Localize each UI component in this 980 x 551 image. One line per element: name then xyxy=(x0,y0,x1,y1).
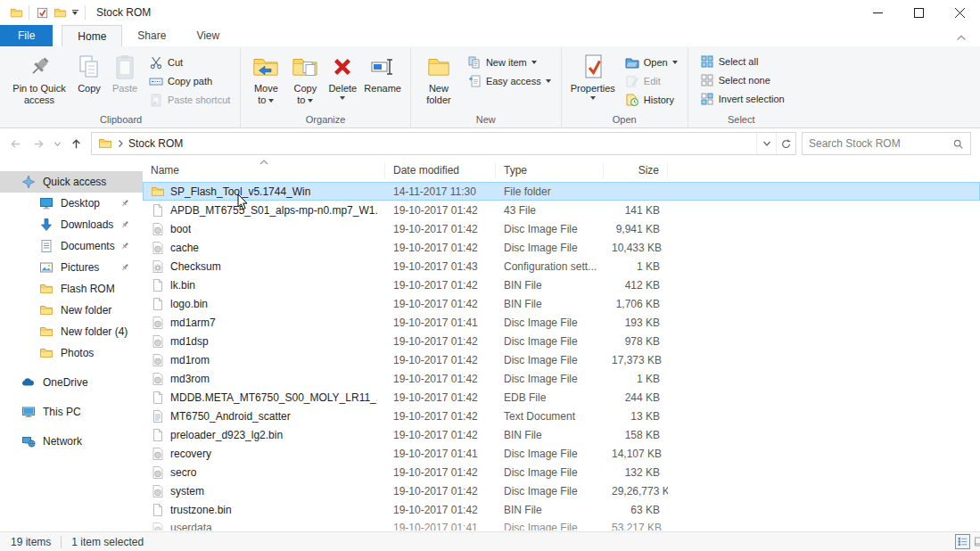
address-bar[interactable]: Stock ROM xyxy=(91,132,796,155)
config-icon xyxy=(151,259,165,274)
file-type: BIN File xyxy=(496,504,604,516)
tab-share[interactable]: Share xyxy=(122,25,181,46)
file-row[interactable]: recovery19-10-2017 01:41Disc Image File1… xyxy=(143,444,980,463)
up-button[interactable] xyxy=(64,132,87,155)
paste-shortcut-button[interactable]: Paste shortcut xyxy=(144,90,235,109)
sidebar-item-documents[interactable]: Documents xyxy=(0,235,143,257)
column-header-date-modified[interactable]: Date modified xyxy=(385,162,496,178)
history-button[interactable]: History xyxy=(621,90,682,109)
recent-locations-button[interactable] xyxy=(50,132,64,155)
scissors-icon xyxy=(149,55,163,70)
file-size: 13 KB xyxy=(604,410,668,423)
file-row[interactable]: lk.bin19-10-2017 01:42BIN File412 KB xyxy=(143,276,980,294)
properties-button[interactable]: Properties xyxy=(567,50,619,100)
folder-icon xyxy=(98,136,112,151)
file-row[interactable]: md1arm719-10-2017 01:41Disc Image File19… xyxy=(143,313,980,332)
select-all-icon xyxy=(700,54,714,69)
file-type: EDB File xyxy=(496,391,604,404)
open-button[interactable]: Open xyxy=(621,53,682,71)
items-count: 19 items xyxy=(11,536,51,548)
sidebar-item-pictures[interactable]: Pictures xyxy=(0,257,143,278)
edit-button[interactable]: Edit xyxy=(621,71,682,90)
tab-file[interactable]: File xyxy=(0,25,53,46)
file-row[interactable]: logo.bin19-10-2017 01:42BIN File1,706 KB xyxy=(143,294,980,313)
file-row[interactable]: secro19-10-2017 01:42Disc Image File132 … xyxy=(143,463,980,481)
new-folder-button[interactable]: New folder xyxy=(416,50,461,106)
rename-button[interactable]: Rename xyxy=(360,50,405,95)
copy-path-button[interactable]: Copy path xyxy=(144,71,235,90)
back-button[interactable] xyxy=(4,132,27,155)
sidebar-item-quick-access[interactable]: Quick access xyxy=(0,171,143,193)
file-row[interactable]: md1rom19-10-2017 01:42Disc Image File17,… xyxy=(143,350,980,369)
minimize-button[interactable] xyxy=(857,0,898,25)
file-row[interactable]: APDB_MT6755_S01_alps-mp-n0.mp7_W1...19-1… xyxy=(143,201,980,219)
details-view-button[interactable] xyxy=(955,534,970,549)
paste-button[interactable]: Paste xyxy=(107,50,143,95)
dropdown-caret xyxy=(340,96,345,100)
column-header-size[interactable]: Size xyxy=(604,162,668,178)
pin-to-quick-access-button[interactable]: Pin to Quick access xyxy=(7,50,71,106)
sidebar-item-network[interactable]: Network xyxy=(0,431,143,452)
search-input[interactable] xyxy=(809,137,952,150)
sidebar-item-onedrive[interactable]: OneDrive xyxy=(0,372,143,393)
file-row[interactable]: Checksum19-10-2017 01:43Configuration se… xyxy=(143,257,980,276)
sidebar-item-downloads[interactable]: Downloads xyxy=(0,214,143,235)
file-row[interactable]: md1dsp19-10-2017 01:42Disc Image File978… xyxy=(143,332,980,350)
sidebar-item-new-folder-4[interactable]: New folder (4) xyxy=(0,321,143,342)
dropdown-caret xyxy=(672,61,678,64)
file-row[interactable]: MDDB.META_MT6750_S00_MOLY_LR11_...19-10-… xyxy=(143,388,980,407)
file-type: Disc Image File xyxy=(496,466,604,479)
group-label-select: Select xyxy=(691,113,792,127)
copy-to-button[interactable]: Copy to xyxy=(285,50,325,106)
file-row[interactable]: userdata19-10-2017 01:41Disc Image File5… xyxy=(143,519,980,530)
file-row[interactable]: MT6750_Android_scatter19-10-2017 01:42Te… xyxy=(143,407,980,425)
column-header-type[interactable]: Type xyxy=(496,162,604,178)
file-row[interactable]: trustzone.bin19-10-2017 01:42BIN File63 … xyxy=(143,500,980,519)
sidebar-item-flash-rom[interactable]: Flash ROM xyxy=(0,278,143,300)
file-row[interactable]: preloader_d923_lg2.bin19-10-2017 01:42BI… xyxy=(143,425,980,444)
tab-view[interactable]: View xyxy=(181,25,235,46)
dropdown-caret xyxy=(268,99,274,103)
close-button[interactable] xyxy=(939,0,980,25)
collapse-ribbon-button[interactable] xyxy=(955,32,968,43)
folder-icon[interactable] xyxy=(7,4,25,21)
delete-button[interactable]: Delete xyxy=(325,50,360,100)
sidebar-item-new-folder[interactable]: New folder xyxy=(0,300,143,321)
select-none-button[interactable]: Select none xyxy=(696,70,789,89)
maximize-button[interactable] xyxy=(898,0,939,25)
file-row[interactable]: md3rom19-10-2017 01:42Disc Image File1 K… xyxy=(143,369,980,388)
new-folder-quick-icon[interactable] xyxy=(51,4,69,21)
sidebar-item-this-pc[interactable]: This PC xyxy=(0,401,143,423)
search-icon xyxy=(952,138,964,150)
invert-selection-button[interactable]: Invert selection xyxy=(696,89,789,108)
breadcrumb[interactable]: Stock ROM xyxy=(128,137,183,150)
file-date-modified: 19-10-2017 01:41 xyxy=(385,519,496,530)
navigation-bar: Stock ROM xyxy=(0,128,980,159)
refresh-button[interactable] xyxy=(776,133,795,154)
thumbnails-view-button[interactable] xyxy=(972,534,980,549)
customize-toolbar-button[interactable] xyxy=(69,10,81,15)
new-item-button[interactable]: New item xyxy=(463,53,556,71)
sidebar-item-photos[interactable]: Photos xyxy=(0,342,143,364)
select-all-button[interactable]: Select all xyxy=(696,52,789,70)
folder-icon xyxy=(39,325,54,339)
file-date-modified: 19-10-2017 01:42 xyxy=(385,466,496,479)
move-to-button[interactable]: Move to xyxy=(246,50,285,106)
file-row[interactable]: system19-10-2017 01:42Disc Image File29,… xyxy=(143,481,980,500)
easy-access-button[interactable]: Easy access xyxy=(463,71,556,90)
copy-button[interactable]: Copy xyxy=(71,50,107,95)
file-row[interactable]: boot19-10-2017 01:42Disc Image File9,941… xyxy=(143,219,980,238)
tab-home[interactable]: Home xyxy=(62,25,122,46)
file-icon xyxy=(151,203,165,218)
properties-quick-icon[interactable] xyxy=(33,4,51,21)
sidebar-item-desktop[interactable]: Desktop xyxy=(0,193,143,214)
address-dropdown-button[interactable] xyxy=(756,133,776,154)
ribbon-group-select: Select all Select none Invert selection … xyxy=(688,47,795,127)
forward-button[interactable] xyxy=(27,132,50,155)
move-to-icon xyxy=(251,53,280,81)
pin-icon xyxy=(119,198,130,209)
cut-button[interactable]: Cut xyxy=(144,53,235,71)
file-row[interactable]: cache19-10-2017 01:42Disc Image File10,4… xyxy=(143,238,980,257)
file-name-cell: userdata xyxy=(143,519,385,530)
file-row[interactable]: SP_Flash_Tool_v5.1744_Win14-11-2017 11:3… xyxy=(143,182,980,201)
